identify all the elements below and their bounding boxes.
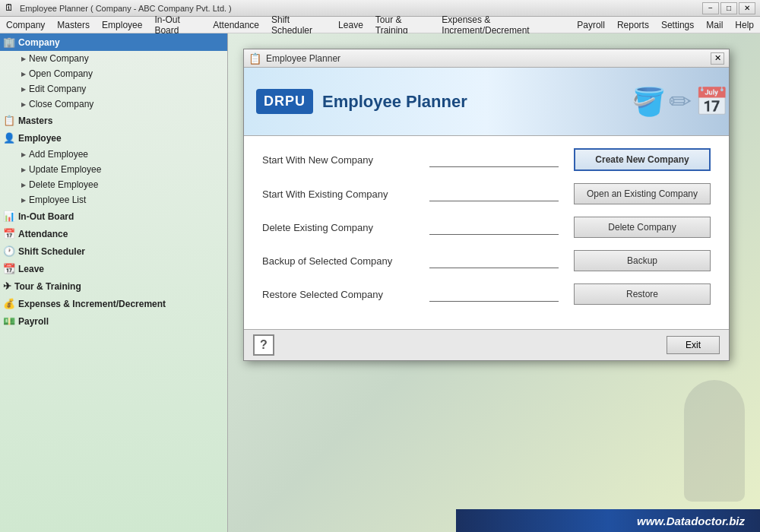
menu-item-leave[interactable]: Leave (332, 17, 369, 33)
sidebar-group-masters[interactable]: 📋Masters (0, 112, 227, 129)
dialog-row-input-backup-company[interactable] (429, 254, 559, 268)
dialog-row-new-company: Start With New CompanyCreate New Company (262, 148, 711, 171)
menu-item-reports[interactable]: Reports (611, 17, 655, 33)
sidebar-group-employee[interactable]: 👤Employee (0, 129, 227, 147)
sidebar-item-label-close-company: Close Company (29, 99, 93, 109)
attendance-icon: 📅 (3, 228, 15, 239)
sidebar-group-company[interactable]: 🏢Company (0, 33, 227, 51)
dialog-row-btn-new-company[interactable]: Create New Company (574, 148, 711, 171)
dialog-row-input-restore-company[interactable] (429, 287, 559, 302)
pencil-icon: ✏ (669, 86, 692, 118)
sidebar-group-attendance[interactable]: 📅Attendance (0, 225, 227, 242)
sidebar-group-leave[interactable]: 📆Leave (0, 260, 227, 277)
dialog-row-btn-backup-company[interactable]: Backup (574, 250, 711, 271)
sidebar-group-label-employee: Employee (18, 133, 62, 144)
bucket-icon: 🪣 (632, 86, 666, 118)
arrow-icon: ▶ (21, 71, 26, 78)
menu-item-tour---training[interactable]: Tour & Training (369, 17, 436, 33)
menu-item-help[interactable]: Help (729, 17, 760, 33)
sidebar-item-label-new-company: New Company (29, 53, 89, 64)
tour-training-icon: ✈ (3, 280, 11, 292)
sidebar-group-label-company: Company (18, 37, 60, 48)
dialog-row-input-delete-company[interactable] (429, 220, 559, 235)
sidebar-item-delete-employee[interactable]: ▶Delete Employee (0, 177, 227, 192)
sidebar-item-label-update-employee: Update Employee (29, 164, 101, 175)
dialog-row-backup-company: Backup of Selected CompanyBackup (262, 250, 711, 271)
main-layout: 🏢Company▶New Company▶Open Company▶Edit C… (0, 33, 760, 532)
shift-scheduler-icon: 🕐 (3, 245, 15, 257)
sidebar-item-edit-company[interactable]: ▶Edit Company (0, 81, 227, 97)
menu-item-company[interactable]: Company (0, 17, 51, 33)
menu-item-shift-scheduler[interactable]: Shift Scheduler (265, 17, 332, 33)
maximize-button[interactable]: □ (720, 2, 737, 14)
dialog-row-input-new-company[interactable] (429, 153, 559, 167)
arrow-icon: ▶ (21, 151, 26, 158)
sidebar-group-label-masters: Masters (18, 116, 52, 126)
dialog-body: Start With New CompanyCreate New Company… (244, 136, 729, 329)
sidebar-item-new-company[interactable]: ▶New Company (0, 51, 227, 66)
dialog-close-button[interactable]: ✕ (711, 52, 724, 65)
sidebar-group-expenses[interactable]: 💰Expenses & Increment/Decrement (0, 295, 227, 312)
sidebar-group-label-in-out-board: In-Out Board (18, 211, 74, 222)
app-icon: 🗓 (5, 2, 17, 14)
sidebar-item-close-company[interactable]: ▶Close Company (0, 97, 227, 112)
sidebar-group-tour-training[interactable]: ✈Tour & Training (0, 277, 227, 295)
dialog-row-btn-existing-company[interactable]: Open an Existing Company (574, 183, 711, 204)
dialog-row-input-existing-company[interactable] (429, 187, 559, 201)
arrow-icon: ▶ (21, 182, 26, 188)
help-button[interactable]: ? (253, 334, 274, 356)
sidebar-item-label-employee-list: Employee List (29, 195, 86, 205)
sidebar-group-payroll[interactable]: 💵Payroll (0, 312, 227, 330)
employee-icon: 👤 (3, 132, 15, 144)
website-url: www.Datadoctor.biz (637, 515, 745, 527)
menu-item-payroll[interactable]: Payroll (571, 17, 611, 33)
sidebar-item-add-employee[interactable]: ▶Add Employee (0, 147, 227, 162)
masters-icon: 📋 (3, 115, 15, 126)
sidebar-group-shift-scheduler[interactable]: 🕐Shift Scheduler (0, 242, 227, 260)
dialog-footer: ? Exit (244, 329, 729, 360)
expenses-icon: 💰 (3, 298, 15, 309)
dialog-title-bar: 📋 Employee Planner ✕ (244, 49, 729, 68)
exit-button[interactable]: Exit (667, 336, 720, 354)
minimize-button[interactable]: − (702, 2, 719, 14)
sidebar-item-open-company[interactable]: ▶Open Company (0, 66, 227, 81)
dialog-row-label-new-company: Start With New Company (262, 154, 429, 166)
sidebar-item-employee-list[interactable]: ▶Employee List (0, 192, 227, 207)
menu-item-attendance[interactable]: Attendance (207, 17, 265, 33)
sidebar-item-update-employee[interactable]: ▶Update Employee (0, 162, 227, 177)
sidebar-group-label-expenses: Expenses & Increment/Decrement (18, 299, 166, 309)
company-icon: 🏢 (3, 36, 15, 48)
calendar-icon: 📅 (695, 86, 729, 118)
sidebar: 🏢Company▶New Company▶Open Company▶Edit C… (0, 33, 228, 532)
dialog-row-btn-restore-company[interactable]: Restore (574, 283, 711, 305)
sidebar-group-label-attendance: Attendance (18, 229, 68, 239)
menu-item-in-out-board[interactable]: In-Out Board (148, 17, 207, 33)
sidebar-group-label-shift-scheduler: Shift Scheduler (18, 246, 85, 257)
window-title: Employee Planner ( Company - ABC Company… (20, 4, 702, 13)
arrow-icon: ▶ (21, 86, 26, 93)
dialog-icon: 📋 (249, 52, 261, 65)
dialog-row-label-backup-company: Backup of Selected Company (262, 255, 429, 267)
payroll-icon: 💵 (3, 315, 15, 327)
sidebar-group-label-payroll: Payroll (18, 316, 49, 327)
close-button[interactable]: ✕ (739, 2, 755, 14)
menu-item-masters[interactable]: Masters (51, 17, 96, 33)
menu-item-employee[interactable]: Employee (96, 17, 148, 33)
dialog-row-restore-company: Restore Selected CompanyRestore (262, 283, 711, 305)
in-out-board-icon: 📊 (3, 211, 15, 222)
header-icons: 🪣 ✏ 📅 (632, 86, 729, 118)
sidebar-group-label-leave: Leave (18, 264, 44, 274)
dialog-row-existing-company: Start With Existing CompanyOpen an Exist… (262, 183, 711, 204)
menu-item-expenses---increment-decrement[interactable]: Expenses & Increment/Decrement (435, 17, 571, 33)
sidebar-item-label-edit-company: Edit Company (29, 84, 86, 94)
menu-item-mail[interactable]: Mail (700, 17, 729, 33)
background-figure (684, 380, 745, 502)
dialog-row-btn-delete-company[interactable]: Delete Company (574, 217, 711, 238)
sidebar-item-label-add-employee: Add Employee (29, 149, 88, 160)
menu-item-settings[interactable]: Settings (655, 17, 700, 33)
leave-icon: 📆 (3, 263, 15, 274)
drpu-logo: DRPU (256, 89, 313, 114)
sidebar-group-in-out-board[interactable]: 📊In-Out Board (0, 207, 227, 225)
dialog-title: Employee Planner (266, 53, 711, 64)
arrow-icon: ▶ (21, 166, 26, 173)
